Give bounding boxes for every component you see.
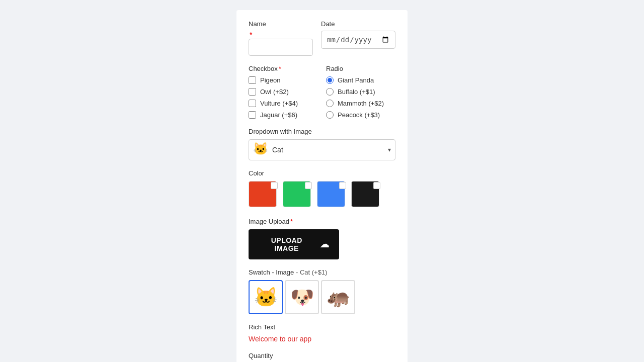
checkbox-vulture[interactable]: Vulture (+$4)	[249, 100, 318, 107]
color-label: Color	[249, 169, 395, 177]
radio-buffalo[interactable]: Buffalo (+$1)	[326, 88, 395, 96]
radio-label: Radio	[326, 65, 395, 72]
cloud-upload-icon: ☁	[320, 239, 330, 250]
dropdown-with-image-section: Dropdown with Image 🐱 Cat Dog Hippo ▾	[249, 128, 395, 160]
checkbox-vulture-input[interactable]	[249, 100, 256, 107]
dropdown-select[interactable]: Cat Dog Hippo	[272, 146, 391, 154]
color-swatches	[249, 181, 395, 209]
date-field-group: Date	[321, 20, 395, 56]
color-checkbox-black	[373, 182, 380, 189]
radio-giant-panda-input[interactable]	[326, 76, 334, 84]
radio-buffalo-input[interactable]	[326, 88, 334, 96]
checkbox-jaguar[interactable]: Jaguar (+$6)	[249, 111, 318, 119]
checkbox-pigeon-label: Pigeon	[260, 76, 280, 84]
image-upload-required: *	[290, 218, 293, 225]
dropdown-label: Dropdown with Image	[249, 128, 395, 135]
radio-giant-panda-label: Giant Panda	[338, 76, 374, 84]
image-upload-label: Image Upload*	[249, 218, 395, 225]
color-swatch-blue-wrapper	[317, 181, 347, 209]
checkbox-pigeon-input[interactable]	[249, 76, 256, 84]
color-swatch-green-wrapper	[283, 181, 313, 209]
radio-mammoth[interactable]: Mammoth (+$2)	[326, 100, 395, 107]
quantity-section: Quantity − 1 +	[249, 352, 395, 362]
checkbox-jaguar-input[interactable]	[249, 111, 256, 119]
checkbox-group: Pigeon Owl (+$2) Vulture (+$4) Jaguar (+…	[249, 76, 318, 119]
dropdown-animal-icon: 🐱	[253, 142, 269, 158]
radio-mammoth-label: Mammoth (+$2)	[338, 100, 384, 107]
checkbox-required: *	[279, 65, 281, 72]
checkbox-owl-label: Owl (+$2)	[260, 88, 289, 96]
swatch-image-dog[interactable]: 🐶	[285, 280, 319, 314]
checkbox-label: Checkbox*	[249, 65, 318, 72]
rich-text-content: Welcome to our app	[249, 335, 395, 343]
radio-peacock-label: Peacock (+$3)	[338, 111, 380, 119]
radio-peacock-input[interactable]	[326, 111, 334, 119]
image-upload-section: Image Upload* UPLOAD IMAGE ☁	[249, 218, 395, 259]
page-wrapper: Name* Date Checkbox* Pigeon	[0, 0, 644, 362]
radio-group: Giant Panda Buffalo (+$1) Mammoth (+$2) …	[326, 76, 395, 119]
checkbox-owl[interactable]: Owl (+$2)	[249, 88, 318, 96]
color-swatch-red-wrapper	[249, 181, 279, 209]
radio-buffalo-label: Buffalo (+$1)	[338, 88, 375, 96]
swatch-image-label: Swatch - Image - Cat (+$1)	[249, 268, 395, 276]
checkbox-jaguar-label: Jaguar (+$6)	[260, 111, 297, 119]
name-input[interactable]	[249, 39, 313, 56]
radio-giant-panda[interactable]: Giant Panda	[326, 76, 395, 84]
radio-peacock[interactable]: Peacock (+$3)	[326, 111, 395, 119]
color-section: Color	[249, 169, 395, 209]
checkbox-vulture-label: Vulture (+$4)	[260, 100, 298, 107]
name-field-group: Name*	[249, 20, 313, 56]
name-label: Name	[249, 20, 313, 28]
swatch-image-sub: - Cat (+$1)	[296, 268, 328, 276]
color-checkbox-green	[305, 182, 312, 189]
rich-text-label: Rich Text	[249, 323, 395, 331]
swatch-image-section: Swatch - Image - Cat (+$1) 🐱 🐶 🦛	[249, 268, 395, 314]
upload-button-text: UPLOAD IMAGE	[259, 236, 315, 252]
dropdown-wrapper: 🐱 Cat Dog Hippo ▾	[249, 139, 395, 160]
date-input[interactable]	[321, 31, 395, 49]
radio-group-container: Radio Giant Panda Buffalo (+$1) Mammoth …	[326, 65, 395, 119]
color-swatch-black-wrapper	[351, 181, 381, 209]
color-checkbox-blue	[339, 182, 346, 189]
checkbox-owl-input[interactable]	[249, 88, 256, 96]
swatch-image-cat[interactable]: 🐱	[249, 280, 283, 314]
checkbox-radio-row: Checkbox* Pigeon Owl (+$2) Vulture (+$4)	[249, 65, 395, 119]
swatch-image-hippo[interactable]: 🦛	[321, 280, 355, 314]
upload-image-button[interactable]: UPLOAD IMAGE ☁	[249, 229, 339, 259]
name-date-row: Name* Date	[249, 20, 395, 56]
date-label: Date	[321, 20, 395, 28]
radio-mammoth-input[interactable]	[326, 100, 334, 107]
form-container: Name* Date Checkbox* Pigeon	[236, 10, 408, 362]
color-checkbox-red	[271, 182, 278, 189]
checkbox-group-container: Checkbox* Pigeon Owl (+$2) Vulture (+$4)	[249, 65, 318, 119]
checkbox-pigeon[interactable]: Pigeon	[249, 76, 318, 84]
swatch-images-row: 🐱 🐶 🦛	[249, 280, 395, 314]
name-required: *	[250, 31, 252, 39]
rich-text-section: Rich Text Welcome to our app	[249, 323, 395, 343]
quantity-label: Quantity	[249, 352, 395, 359]
